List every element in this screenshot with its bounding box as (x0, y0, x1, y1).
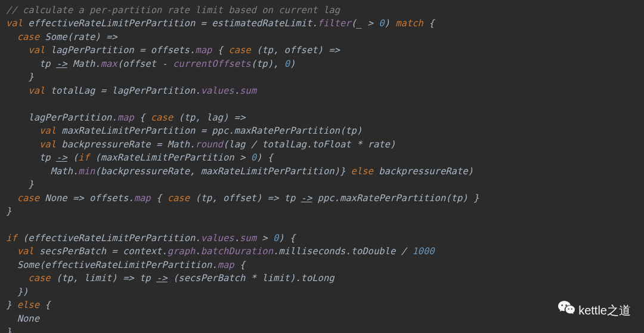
watermark: kettle之道 (558, 301, 631, 320)
code-block: // calculate a per-partition rate limit … (0, 0, 644, 333)
kw-val: val (6, 18, 23, 29)
comment: // calculate a per-partition rate limit … (6, 5, 340, 16)
kw-case: case (17, 32, 39, 42)
wechat-icon (558, 301, 575, 320)
watermark-text: kettle之道 (578, 302, 631, 319)
